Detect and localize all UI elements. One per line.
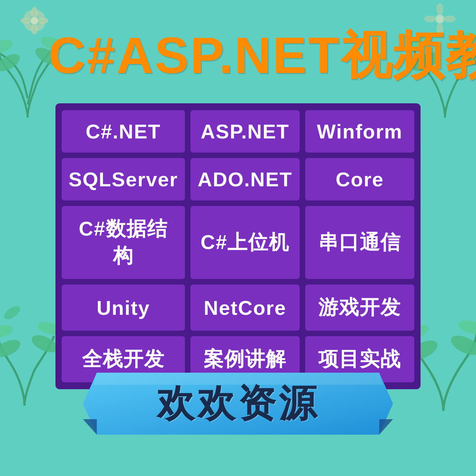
grid-item-asp-net: ASP.NET <box>190 110 300 153</box>
grid-item-winform: Winform <box>305 110 414 153</box>
svg-point-24 <box>2 303 22 322</box>
svg-marker-35 <box>379 419 393 435</box>
svg-point-22 <box>0 323 14 340</box>
svg-marker-34 <box>83 419 97 435</box>
topics-grid: C#.NET ASP.NET Winform SQLServer ADO.NET… <box>55 103 421 389</box>
plant-left-bottom-icon <box>0 287 59 407</box>
svg-point-18 <box>0 37 14 56</box>
grid-item-core: Core <box>305 158 414 200</box>
grid-item-game-dev: 游戏开发 <box>305 284 414 331</box>
grid-item-data-structure: C#数据结构 <box>62 206 185 279</box>
banner-text: 欢欢资源 <box>157 378 319 430</box>
svg-point-20 <box>0 336 23 360</box>
svg-point-32 <box>457 318 476 337</box>
page-background: C#ASP.NET视频教程 C#.NET ASP.NET Winform SQL… <box>0 0 476 476</box>
svg-point-11 <box>436 3 443 15</box>
banner-container: 欢欢资源 <box>83 373 393 435</box>
grid-item-sqlserver: SQLServer <box>62 158 185 200</box>
grid-item-ado-net: ADO.NET <box>190 158 300 200</box>
main-title: C#ASP.NET视频教程 <box>49 28 427 84</box>
grid-item-netcore: NetCore <box>190 284 300 331</box>
grid-item-serial-comm: 串口通信 <box>305 206 414 279</box>
svg-point-30 <box>448 332 476 359</box>
grid-item-upper-machine: C#上位机 <box>190 206 300 279</box>
grid-item-unity: Unity <box>62 284 185 331</box>
svg-point-21 <box>29 332 59 356</box>
grid-item-csharp-net: C#.NET <box>62 110 185 153</box>
banner-ribbon: 欢欢资源 <box>83 373 393 435</box>
